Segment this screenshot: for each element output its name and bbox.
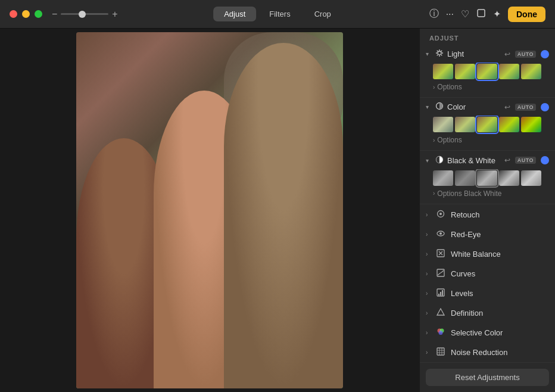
done-button[interactable]: Done bbox=[508, 7, 545, 22]
selectivecolor-label: Selective Color bbox=[451, 328, 503, 337]
bw-thumb-1[interactable] bbox=[455, 170, 475, 186]
close-button[interactable] bbox=[10, 10, 17, 18]
bw-toggle[interactable] bbox=[541, 156, 549, 164]
more-options-icon[interactable]: ··· bbox=[446, 9, 454, 20]
bw-options-label: › Options Black White bbox=[433, 189, 549, 198]
light-thumb-3[interactable] bbox=[499, 64, 519, 79]
redeye-icon bbox=[435, 229, 446, 239]
bw-options-row[interactable]: › Options Black White bbox=[420, 188, 555, 201]
light-thumbnails bbox=[420, 63, 555, 82]
color-options-label: › Options bbox=[433, 136, 549, 144]
color-toggle[interactable] bbox=[541, 103, 549, 111]
bw-halfcircle-icon bbox=[435, 155, 444, 166]
section-color: ▾ Color ↩ AUTO bbox=[420, 98, 555, 149]
svg-point-13 bbox=[439, 213, 442, 215]
color-auto-badge[interactable]: AUTO bbox=[515, 104, 536, 111]
light-sun-icon bbox=[435, 49, 444, 59]
section-color-header[interactable]: ▾ Color ↩ AUTO bbox=[420, 98, 555, 116]
tab-adjust[interactable]: Adjust bbox=[213, 7, 256, 21]
sidebar-item-curves[interactable]: › Curves bbox=[420, 264, 555, 284]
section-bw-header[interactable]: ▾ Black & White ↩ AUTO bbox=[420, 152, 555, 169]
noisereduction-icon bbox=[435, 347, 446, 357]
minimize-button[interactable] bbox=[22, 10, 30, 18]
sidebar-item-noisereduction[interactable]: › Noise Reduction bbox=[420, 343, 555, 362]
curves-label: Curves bbox=[451, 269, 475, 278]
sidebar-item-whitebalance[interactable]: › White Balance bbox=[420, 244, 555, 264]
zoom-slider-track[interactable] bbox=[61, 13, 108, 15]
sidebar-item-redeye[interactable]: › Red-Eye bbox=[420, 225, 555, 244]
whitebalance-label: White Balance bbox=[451, 250, 501, 259]
color-options-chevron-icon: › bbox=[433, 137, 435, 144]
reset-area: Reset Adjustments bbox=[420, 362, 555, 392]
info-icon[interactable]: ⓘ bbox=[429, 8, 439, 20]
bw-thumbnails bbox=[420, 169, 555, 188]
zoom-slider-thumb bbox=[79, 11, 86, 18]
light-section-title: Light bbox=[447, 49, 502, 58]
tab-crop[interactable]: Crop bbox=[304, 7, 342, 21]
svg-point-27 bbox=[439, 331, 443, 335]
bw-thumb-0[interactable] bbox=[433, 170, 453, 186]
maximize-button[interactable] bbox=[35, 10, 42, 18]
reset-adjustments-button[interactable]: Reset Adjustments bbox=[426, 369, 549, 386]
definition-label: Definition bbox=[451, 309, 483, 318]
tab-filters[interactable]: Filters bbox=[258, 7, 301, 21]
main-content: Adjust ▾ bbox=[0, 29, 555, 392]
light-options-row[interactable]: › Options bbox=[420, 82, 555, 95]
svg-line-6 bbox=[437, 51, 438, 51]
bw-thumb-2[interactable] bbox=[477, 170, 497, 186]
redeye-chevron-icon: › bbox=[426, 231, 433, 238]
bw-thumb-3[interactable] bbox=[499, 170, 519, 186]
whitebalance-icon bbox=[435, 249, 446, 259]
color-circle-icon bbox=[435, 102, 444, 112]
noisereduction-chevron-icon: › bbox=[426, 349, 433, 356]
light-thumb-2[interactable] bbox=[477, 64, 497, 79]
light-auto-badge[interactable]: AUTO bbox=[515, 51, 536, 58]
traffic-lights bbox=[10, 10, 42, 18]
bw-options-chevron-icon: › bbox=[433, 190, 435, 197]
svg-rect-21 bbox=[438, 294, 439, 295]
light-undo-icon[interactable]: ↩ bbox=[504, 50, 510, 58]
photo-area bbox=[0, 29, 419, 392]
selectivecolor-icon bbox=[435, 328, 446, 338]
light-toggle[interactable] bbox=[541, 50, 549, 58]
svg-line-8 bbox=[441, 51, 442, 51]
whitebalance-chevron-icon: › bbox=[426, 251, 433, 257]
sidebar: Adjust ▾ bbox=[419, 29, 555, 392]
section-light-header[interactable]: ▾ Light ↩ AUTO bbox=[420, 45, 555, 63]
svg-rect-0 bbox=[478, 10, 485, 17]
bw-auto-badge[interactable]: AUTO bbox=[515, 157, 536, 164]
selectivecolor-chevron-icon: › bbox=[426, 329, 433, 336]
svg-point-15 bbox=[439, 232, 442, 235]
svg-rect-22 bbox=[440, 292, 441, 295]
redeye-label: Red-Eye bbox=[451, 230, 481, 239]
sidebar-item-levels[interactable]: › Levels bbox=[420, 284, 555, 303]
retouch-icon bbox=[435, 210, 446, 220]
light-thumb-4[interactable] bbox=[521, 64, 541, 79]
svg-rect-28 bbox=[437, 348, 444, 355]
light-thumb-0[interactable] bbox=[433, 64, 453, 79]
sidebar-item-retouch[interactable]: › Retouch bbox=[420, 205, 555, 225]
color-undo-icon[interactable]: ↩ bbox=[504, 103, 510, 111]
color-thumb-1[interactable] bbox=[455, 117, 475, 132]
light-thumb-1[interactable] bbox=[455, 64, 475, 79]
color-options-row[interactable]: › Options bbox=[420, 135, 555, 148]
color-thumb-4[interactable] bbox=[521, 117, 541, 132]
heart-icon[interactable]: ♡ bbox=[461, 8, 469, 20]
sidebar-item-definition[interactable]: › Definition bbox=[420, 303, 555, 323]
zoom-in-icon: + bbox=[112, 9, 117, 20]
sidebar-item-selectivecolor[interactable]: › Selective Color bbox=[420, 323, 555, 343]
section-light: ▾ Light ↩ AUTO bbox=[420, 45, 555, 96]
magic-wand-icon[interactable]: ✦ bbox=[493, 8, 501, 20]
light-chevron-icon: ▾ bbox=[426, 51, 433, 57]
retouch-label: Retouch bbox=[451, 210, 479, 219]
color-chevron-icon: ▾ bbox=[426, 104, 433, 110]
svg-line-9 bbox=[437, 55, 438, 55]
zoom-slider-area: − + bbox=[52, 9, 118, 20]
color-thumb-0[interactable] bbox=[433, 117, 453, 132]
bw-undo-icon[interactable]: ↩ bbox=[504, 156, 510, 164]
color-thumb-2[interactable] bbox=[477, 117, 497, 132]
titlebar: − + Adjust Filters Crop ⓘ ··· ♡ ✦ Done bbox=[0, 0, 555, 29]
crop-icon[interactable] bbox=[476, 8, 486, 20]
bw-thumb-4[interactable] bbox=[521, 170, 541, 186]
color-thumb-3[interactable] bbox=[499, 117, 519, 132]
